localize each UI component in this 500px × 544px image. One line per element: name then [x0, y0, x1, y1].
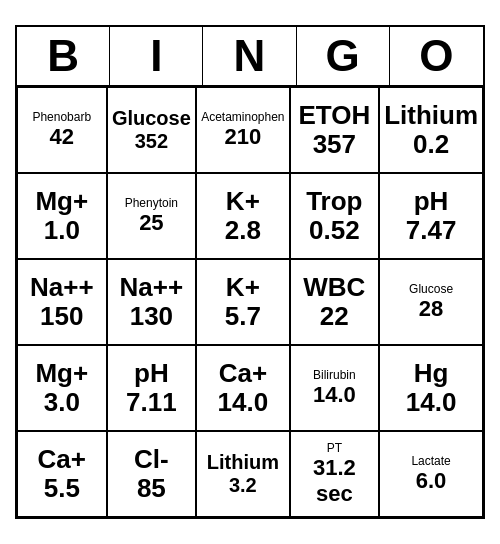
bingo-cell-7: K+2.8 — [196, 173, 289, 259]
bingo-cell-12: K+5.7 — [196, 259, 289, 345]
bingo-cell-4: Lithium0.2 — [379, 87, 483, 173]
bingo-cell-11: Na++130 — [107, 259, 197, 345]
bingo-cell-22: Lithium3.2 — [196, 431, 289, 517]
bingo-cell-16: pH7.11 — [107, 345, 197, 431]
bingo-cell-24: Lactate 6.0 — [379, 431, 483, 517]
bingo-cell-17: Ca+14.0 — [196, 345, 289, 431]
bingo-cell-21: Cl-85 — [107, 431, 197, 517]
bingo-cell-18: Bilirubin 14.0 — [290, 345, 380, 431]
bingo-cell-1: Glucose352 — [107, 87, 197, 173]
header-b: B — [17, 27, 110, 85]
bingo-cell-14: Glucose 28 — [379, 259, 483, 345]
bingo-cell-8: Trop0.52 — [290, 173, 380, 259]
header-i: I — [110, 27, 203, 85]
header-g: G — [297, 27, 390, 85]
bingo-cell-13: WBC22 — [290, 259, 380, 345]
bingo-cell-23: PT 31.2 sec — [290, 431, 380, 517]
bingo-cell-2: Acetaminophen 210 — [196, 87, 289, 173]
bingo-cell-5: Mg+1.0 — [17, 173, 107, 259]
bingo-card: B I N G O Phenobarb 42 Glucose352 Acetam… — [15, 25, 485, 519]
bingo-cell-15: Mg+3.0 — [17, 345, 107, 431]
bingo-header: B I N G O — [17, 27, 483, 87]
bingo-cell-3: ETOH357 — [290, 87, 380, 173]
bingo-cell-0: Phenobarb 42 — [17, 87, 107, 173]
bingo-cell-20: Ca+5.5 — [17, 431, 107, 517]
bingo-cell-19: Hg14.0 — [379, 345, 483, 431]
bingo-grid: Phenobarb 42 Glucose352 Acetaminophen 21… — [17, 87, 483, 517]
bingo-cell-6: Phenytoin 25 — [107, 173, 197, 259]
bingo-cell-10: Na++150 — [17, 259, 107, 345]
header-n: N — [203, 27, 296, 85]
header-o: O — [390, 27, 483, 85]
bingo-cell-9: pH7.47 — [379, 173, 483, 259]
